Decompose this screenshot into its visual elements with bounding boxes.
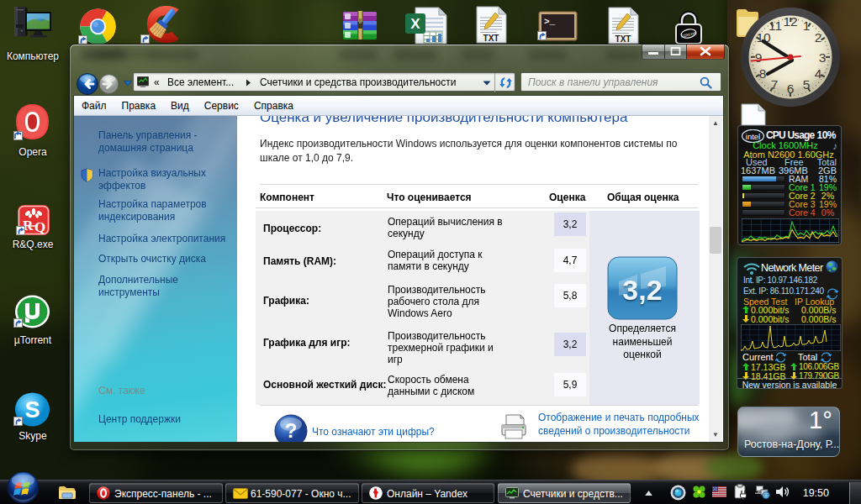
svg-text:>_: >_	[544, 17, 556, 27]
svg-text:7: 7	[771, 77, 779, 92]
svg-text:TXT: TXT	[483, 34, 499, 43]
svg-text:3,2: 3,2	[622, 274, 662, 306]
svg-text:8: 8	[759, 66, 767, 81]
svg-text:1: 1	[803, 18, 811, 33]
svg-text:intel: intel	[746, 132, 760, 141]
svg-text:2: 2	[815, 30, 822, 45]
svg-text:5: 5	[803, 77, 811, 92]
svg-text:Q: Q	[34, 219, 45, 235]
svg-text:TXT: TXT	[615, 34, 631, 44]
svg-text:3: 3	[819, 50, 827, 65]
svg-text:4: 4	[815, 66, 822, 81]
svg-text:X: X	[410, 16, 420, 32]
svg-text:?: ?	[285, 419, 298, 442]
svg-text:9: 9	[755, 50, 763, 65]
svg-text:6: 6	[787, 81, 795, 96]
svg-text:S: S	[24, 397, 40, 423]
svg-text:12: 12	[783, 14, 797, 29]
svg-text:11: 11	[769, 18, 782, 33]
